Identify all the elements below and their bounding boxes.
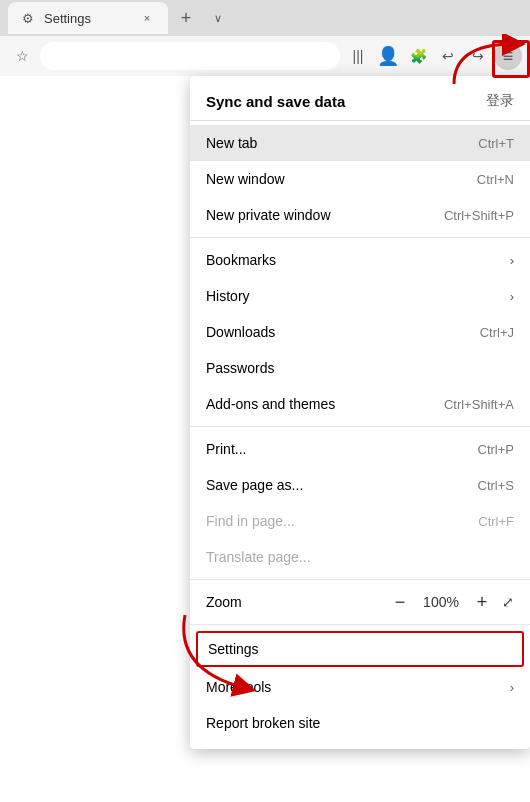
private-window-shortcut: Ctrl+Shift+P: [444, 208, 514, 223]
menu-title: Sync and save data: [206, 93, 345, 110]
menu-item-print[interactable]: Print... Ctrl+P: [190, 431, 530, 467]
menu-item-translate[interactable]: Translate page...: [190, 539, 530, 575]
forward-arrow-icon[interactable]: ↪: [464, 42, 492, 70]
menu-item-new-window[interactable]: New window Ctrl+N: [190, 161, 530, 197]
new-window-label: New window: [206, 171, 285, 187]
zoom-controls: − 100% + ⤢: [388, 590, 514, 614]
downloads-label: Downloads: [206, 324, 275, 340]
tab-favicon: ⚙: [20, 10, 36, 26]
browser-menu: Sync and save data 登录 New tab Ctrl+T New…: [190, 76, 530, 749]
tab-dropdown-button[interactable]: ∨: [204, 4, 232, 32]
menu-section-browser: Bookmarks › History › Downloads Ctrl+J P…: [190, 238, 530, 427]
menu-section-settings: Settings More tools › Report broken site: [190, 625, 530, 745]
browser-chrome: ⚙ Settings × + ∨ ☆ ||| 👤 🧩 ↩ ↪ ≡: [0, 0, 530, 76]
addons-shortcut: Ctrl+Shift+A: [444, 397, 514, 412]
menu-item-report-broken[interactable]: Report broken site: [190, 705, 530, 741]
zoom-label: Zoom: [206, 594, 242, 610]
menu-item-bookmarks[interactable]: Bookmarks ›: [190, 242, 530, 278]
passwords-label: Passwords: [206, 360, 274, 376]
more-tools-label: More tools: [206, 679, 271, 695]
new-tab-label: New tab: [206, 135, 257, 151]
toolbar-icons: ||| 👤 🧩 ↩ ↪ ≡: [344, 42, 522, 70]
settings-item-wrapper: Settings: [190, 629, 530, 669]
translate-label: Translate page...: [206, 549, 311, 565]
downloads-shortcut: Ctrl+J: [480, 325, 514, 340]
address-bar[interactable]: [40, 42, 340, 70]
menu-button[interactable]: ≡: [494, 42, 522, 70]
history-arrow: ›: [510, 289, 514, 304]
tab-bar: ⚙ Settings × + ∨: [0, 0, 530, 36]
find-shortcut: Ctrl+F: [478, 514, 514, 529]
login-button[interactable]: 登录: [486, 92, 514, 110]
addons-label: Add-ons and themes: [206, 396, 335, 412]
menu-header: Sync and save data 登录: [190, 80, 530, 121]
menu-section-zoom: Zoom − 100% + ⤢: [190, 580, 530, 625]
bookmarks-label: Bookmarks: [206, 252, 276, 268]
settings-label: Settings: [208, 641, 259, 657]
menu-item-settings[interactable]: Settings: [196, 631, 524, 667]
account-icon[interactable]: 👤: [374, 42, 402, 70]
find-label: Find in page...: [206, 513, 295, 529]
menu-section-new: New tab Ctrl+T New window Ctrl+N New pri…: [190, 121, 530, 238]
report-broken-label: Report broken site: [206, 715, 320, 731]
menu-item-history[interactable]: History ›: [190, 278, 530, 314]
print-shortcut: Ctrl+P: [478, 442, 514, 457]
menu-item-new-tab[interactable]: New tab Ctrl+T: [190, 125, 530, 161]
nav-bar: ☆ ||| 👤 🧩 ↩ ↪ ≡: [0, 36, 530, 76]
zoom-out-button[interactable]: −: [388, 590, 412, 614]
more-tools-arrow: ›: [510, 680, 514, 695]
bookmarks-arrow: ›: [510, 253, 514, 268]
extensions-icon[interactable]: 🧩: [404, 42, 432, 70]
menu-item-addons[interactable]: Add-ons and themes Ctrl+Shift+A: [190, 386, 530, 422]
print-label: Print...: [206, 441, 246, 457]
tab-title: Settings: [44, 11, 130, 26]
save-page-shortcut: Ctrl+S: [478, 478, 514, 493]
reading-list-icon[interactable]: |||: [344, 42, 372, 70]
fullscreen-button[interactable]: ⤢: [502, 594, 514, 610]
active-tab[interactable]: ⚙ Settings ×: [8, 2, 168, 34]
menu-item-save-page[interactable]: Save page as... Ctrl+S: [190, 467, 530, 503]
menu-item-passwords[interactable]: Passwords: [190, 350, 530, 386]
new-tab-shortcut: Ctrl+T: [478, 136, 514, 151]
back-arrow-icon[interactable]: ↩: [434, 42, 462, 70]
menu-section-page: Print... Ctrl+P Save page as... Ctrl+S F…: [190, 427, 530, 580]
zoom-row: Zoom − 100% + ⤢: [190, 584, 530, 620]
new-window-shortcut: Ctrl+N: [477, 172, 514, 187]
private-window-label: New private window: [206, 207, 331, 223]
tab-close-button[interactable]: ×: [138, 9, 156, 27]
menu-item-more-tools[interactable]: More tools ›: [190, 669, 530, 705]
zoom-in-button[interactable]: +: [470, 590, 494, 614]
content-area: Sync and save data 登录 New tab Ctrl+T New…: [0, 76, 530, 802]
menu-item-find[interactable]: Find in page... Ctrl+F: [190, 503, 530, 539]
history-label: History: [206, 288, 250, 304]
new-tab-button[interactable]: +: [172, 4, 200, 32]
bookmark-icon[interactable]: ☆: [8, 42, 36, 70]
zoom-percent-value: 100%: [420, 594, 462, 610]
menu-item-private-window[interactable]: New private window Ctrl+Shift+P: [190, 197, 530, 233]
save-page-label: Save page as...: [206, 477, 303, 493]
menu-item-downloads[interactable]: Downloads Ctrl+J: [190, 314, 530, 350]
